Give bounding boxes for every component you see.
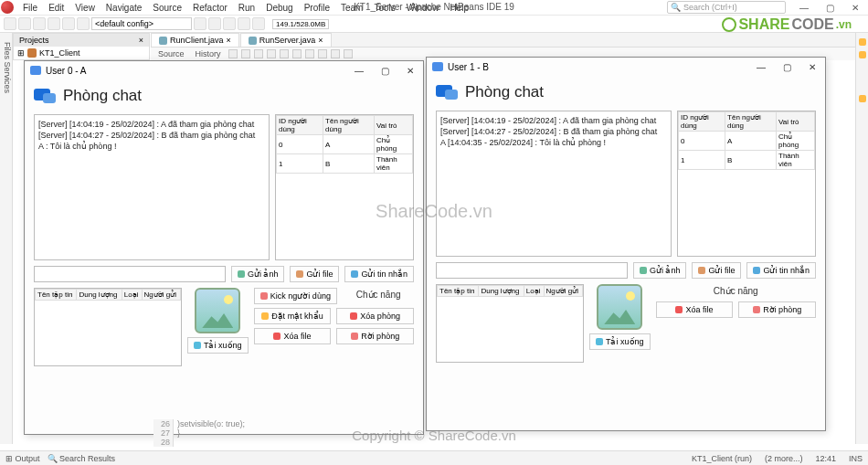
send-file-button[interactable]: Gửi file xyxy=(692,262,741,279)
send-image-button[interactable]: Gửi ảnh xyxy=(633,262,687,279)
table-row[interactable]: 1BThành viên xyxy=(277,154,413,174)
window-titlebar[interactable]: User 1 - B — ▢ ✕ xyxy=(427,58,825,76)
ide-maximize-button[interactable]: ▢ xyxy=(817,0,842,16)
table-row[interactable]: 0AChủ phòng xyxy=(277,135,413,154)
chat-heading: Phòng chat xyxy=(465,83,544,101)
status-more[interactable]: (2 more...) xyxy=(765,454,803,463)
tb-run-icon[interactable] xyxy=(223,17,236,30)
tb-save-icon[interactable] xyxy=(48,17,60,30)
menu-navigate[interactable]: Navigate xyxy=(101,1,147,15)
ed-tool-icon[interactable] xyxy=(228,49,238,58)
delete-room-button[interactable]: Xóa phòng xyxy=(336,308,414,324)
file-table[interactable]: Tên tập tinDung lượngLoạiNgười gửi xyxy=(34,288,182,366)
menu-profile[interactable]: Profile xyxy=(299,1,335,15)
memory-gauge[interactable]: 149.1/528.0MB xyxy=(272,19,329,29)
editor-tab-runserver[interactable]: RunServer.java× xyxy=(240,33,332,47)
tb-debug-icon[interactable] xyxy=(238,17,250,30)
warning-marker-icon[interactable] xyxy=(859,38,866,46)
tb-profile-icon[interactable] xyxy=(252,17,265,30)
projects-panel: Projects× ⊞KT1_Client xyxy=(13,33,150,60)
history-view-button[interactable]: History xyxy=(192,49,225,58)
status-output-tab[interactable]: ⊞ Output xyxy=(5,454,40,463)
projects-tab[interactable]: Projects× xyxy=(14,34,149,47)
kick-user-button[interactable]: Kick người dùng xyxy=(254,288,338,304)
netbeans-logo-icon xyxy=(1,1,14,14)
table-row[interactable]: 0AChủ phòng xyxy=(679,132,815,151)
window-minimize-button[interactable]: — xyxy=(346,61,372,79)
ed-tool-icon[interactable] xyxy=(254,49,263,58)
window-maximize-button[interactable]: ▢ xyxy=(774,58,799,76)
close-icon[interactable]: × xyxy=(227,36,231,45)
window-close-button[interactable]: ✕ xyxy=(397,61,423,79)
chat-log[interactable]: [Server] [14:04:19 - 25/02/2024] : A đã … xyxy=(34,114,270,260)
window-titlebar[interactable]: User 0 - A — ▢ ✕ xyxy=(25,61,423,79)
table-row[interactable]: 1BThành viên xyxy=(679,151,815,170)
window-maximize-button[interactable]: ▢ xyxy=(372,61,397,79)
user-table[interactable]: ID người dùngTên người dùngVai trò 0AChủ… xyxy=(677,111,816,257)
chat-bubbles-icon xyxy=(436,83,460,101)
tb-open-icon[interactable] xyxy=(33,17,46,30)
side-services-tab[interactable]: Services xyxy=(3,62,12,94)
delete-file-button[interactable]: Xóa file xyxy=(254,328,332,344)
leave-room-button[interactable]: Rời phòng xyxy=(336,328,414,344)
tb-redo-icon[interactable] xyxy=(77,17,90,30)
ed-tool-icon[interactable] xyxy=(305,49,314,58)
config-select[interactable]: <default config> xyxy=(91,17,192,30)
menu-file[interactable]: File xyxy=(17,1,43,15)
menu-refactor[interactable]: Refactor xyxy=(187,1,233,15)
message-input[interactable] xyxy=(34,266,226,282)
ed-tool-icon[interactable] xyxy=(280,49,289,58)
source-view-button[interactable]: Source xyxy=(154,49,188,58)
menu-run[interactable]: Run xyxy=(233,1,260,15)
send-file-button[interactable]: Gửi file xyxy=(290,266,339,282)
ide-close-button[interactable]: ✕ xyxy=(842,0,868,16)
ide-minimize-button[interactable]: — xyxy=(791,0,817,16)
tb-newproject-icon[interactable] xyxy=(18,17,31,30)
warning-marker-icon[interactable] xyxy=(859,51,866,58)
ed-tool-icon[interactable] xyxy=(292,49,302,58)
function-panel: Kick người dùng Chức năng Đặt mật khẩu X… xyxy=(254,288,414,366)
ide-search-input[interactable]: 🔍Search (Ctrl+I) xyxy=(667,1,786,14)
download-button[interactable]: Tải xuống xyxy=(589,333,651,350)
ed-tool-icon[interactable] xyxy=(267,49,276,58)
status-search-tab[interactable]: 🔍 Search Results xyxy=(48,454,116,463)
tb-newfile-icon[interactable] xyxy=(4,17,16,30)
menu-source[interactable]: Source xyxy=(147,1,187,15)
chat-app-icon xyxy=(432,62,443,71)
chat-log[interactable]: [Server] [14:04:19 - 25/02/2024] : A đã … xyxy=(436,111,672,257)
editor-tab-runclient[interactable]: RunClient.java× xyxy=(151,33,239,47)
tb-build-icon[interactable] xyxy=(194,17,206,30)
download-button[interactable]: Tải xuống xyxy=(187,337,249,354)
message-input[interactable] xyxy=(436,262,628,279)
ed-tool-icon[interactable] xyxy=(331,49,340,58)
warning-marker-icon[interactable] xyxy=(859,95,866,102)
leave-room-button[interactable]: Rời phòng xyxy=(738,301,816,318)
menu-debug[interactable]: Debug xyxy=(260,1,298,15)
ed-tool-icon[interactable] xyxy=(318,49,327,58)
editor-tabs: RunClient.java× RunServer.java× xyxy=(151,33,855,48)
send-image-button[interactable]: Gửi ảnh xyxy=(231,266,285,282)
delete-file-button[interactable]: Xóa file xyxy=(656,301,734,318)
tb-clean-icon[interactable] xyxy=(208,17,221,30)
ed-tool-icon[interactable] xyxy=(241,49,250,58)
user-table[interactable]: ID người dùngTên người dùngVai trò 0AChủ… xyxy=(275,114,414,260)
file-table[interactable]: Tên tập tinDung lượngLoạiNgười gửi xyxy=(436,284,584,363)
tb-undo-icon[interactable] xyxy=(62,17,75,30)
project-node[interactable]: ⊞KT1_Client xyxy=(14,47,149,59)
ide-statusbar: ⊞ Output 🔍 Search Results KT1_Client (ru… xyxy=(0,450,868,465)
image-preview xyxy=(597,284,642,330)
menu-edit[interactable]: Edit xyxy=(43,1,69,15)
send-message-button[interactable]: Gửi tin nhắn xyxy=(344,266,414,282)
status-running[interactable]: KT1_Client (run) xyxy=(692,454,752,463)
close-icon[interactable]: × xyxy=(139,36,143,45)
exit-icon xyxy=(351,333,358,340)
window-close-button[interactable]: ✕ xyxy=(799,58,825,76)
set-password-button[interactable]: Đặt mật khẩu xyxy=(254,308,332,324)
menu-view[interactable]: View xyxy=(69,1,101,15)
side-files-tab[interactable]: Files xyxy=(3,42,12,59)
ed-tool-icon[interactable] xyxy=(344,49,353,58)
window-minimize-button[interactable]: — xyxy=(748,58,774,76)
table-header-row: Tên tập tinDung lượngLoạiNgười gửi xyxy=(36,290,181,301)
close-icon[interactable]: × xyxy=(318,36,323,45)
send-message-button[interactable]: Gửi tin nhắn xyxy=(746,262,816,279)
